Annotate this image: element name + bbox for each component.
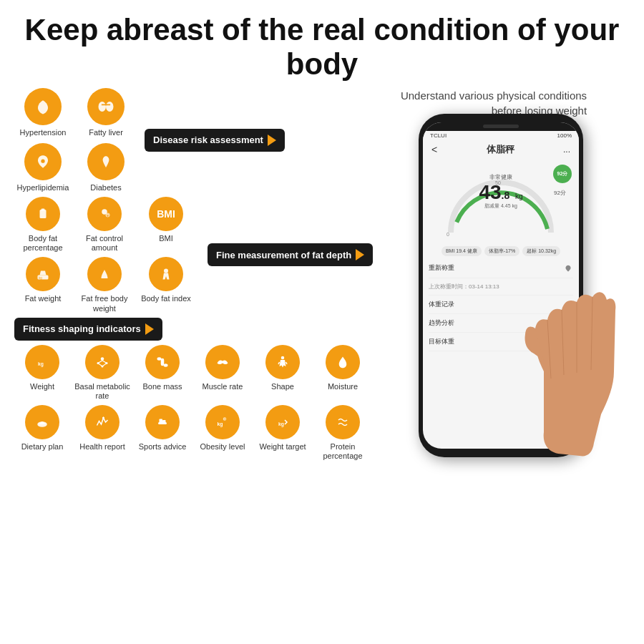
hypertension-item: Hypertension xyxy=(14,88,72,137)
dietary-plan-icon xyxy=(25,405,59,439)
svg-text:+: + xyxy=(224,416,227,421)
svg-line-20 xyxy=(102,363,107,366)
weight-target-label: Weight target xyxy=(259,442,306,452)
svg-rect-4 xyxy=(40,210,47,218)
svg-point-24 xyxy=(281,356,285,359)
weight-target-item: kg Weight target xyxy=(255,405,311,461)
weight-icon: kg xyxy=(25,345,59,379)
svg-point-0 xyxy=(99,102,107,112)
fitness-shaping-tag: Fitness shaping indicators xyxy=(14,318,162,341)
bone-mass-icon xyxy=(145,345,180,379)
svg-line-25 xyxy=(278,362,280,364)
obesity-level-icon: kg + xyxy=(205,405,240,439)
body-fat-pct-label: Body fat percentage xyxy=(14,234,72,253)
score-right: 92分 xyxy=(554,189,566,197)
hypertension-icon xyxy=(24,88,62,125)
fitness-tag-arrow xyxy=(145,323,154,335)
hyperlipidemia-icon xyxy=(24,143,62,180)
body-fat-index-icon xyxy=(149,257,183,291)
fat-measurement-tag: Fine measurement of fat depth xyxy=(208,243,373,266)
fat-control-label: Fat control amount xyxy=(76,234,133,253)
sports-advice-label: Sports advice xyxy=(139,442,187,452)
chip-bmi: BMI 19.4 健康 xyxy=(441,246,482,256)
svg-point-3 xyxy=(41,159,44,162)
fatty-liver-icon xyxy=(87,88,125,125)
weight-item: kg Weight xyxy=(14,345,70,401)
svg-point-13 xyxy=(101,357,104,361)
svg-line-26 xyxy=(286,362,288,364)
fatty-liver-item: Fatty liver xyxy=(77,88,135,137)
body-fat-index-item: Body fat index xyxy=(137,257,195,313)
fat-icons: Body fat percentage + Fat control amount xyxy=(14,197,195,313)
moisture-item: Moisture xyxy=(315,345,371,401)
gauge-health-label: 非常健康 xyxy=(479,173,522,181)
protein-pct-item: Protein percentage xyxy=(315,405,371,461)
moisture-label: Moisture xyxy=(328,382,358,391)
fitness-row2: Dietary plan Health report xyxy=(7,405,365,461)
fat-weight-icon: kg xyxy=(26,257,60,291)
gauge-weight-value: 43.8 kg xyxy=(479,182,522,203)
bone-mass-item: Bone mass xyxy=(135,345,190,401)
diabetes-item: Diabetes xyxy=(77,143,135,192)
metabolic-item: Basal metabolic rate xyxy=(74,345,130,401)
main-title: Keep abreast of the real condition of yo… xyxy=(0,0,644,88)
muscle-rate-icon xyxy=(205,345,240,379)
phone-nav-bar: < 体脂秤 ... xyxy=(423,140,579,159)
sports-advice-icon xyxy=(145,405,180,439)
phone-title: 体脂秤 xyxy=(487,143,514,156)
obesity-level-label: Obesity level xyxy=(200,442,245,452)
muscle-rate-label: Muscle rate xyxy=(203,382,243,391)
fat-measurement-arrow xyxy=(356,249,364,260)
health-report-label: Health report xyxy=(79,442,125,452)
hyperlipidemia-item: Hyperlipidemia xyxy=(14,143,72,192)
phone-back-btn[interactable]: < xyxy=(431,144,437,155)
gauge-reduction: 脂减量 4.45 kg xyxy=(479,203,522,210)
weight-target-icon: kg xyxy=(265,405,300,439)
phone-section: Understand various physical conditions b… xyxy=(365,88,637,462)
obesity-level-item: kg + Obesity level xyxy=(195,405,250,461)
body-fat-index-label: Body fat index xyxy=(141,294,191,303)
weight-label: Weight xyxy=(30,382,54,391)
hyperlipidemia-label: Hyperlipidemia xyxy=(17,183,69,192)
svg-line-18 xyxy=(102,360,107,363)
svg-line-17 xyxy=(98,360,102,363)
metabolic-label: Basal metabolic rate xyxy=(74,382,130,401)
svg-point-1 xyxy=(106,102,114,112)
svg-rect-2 xyxy=(102,104,110,105)
svg-text:kg: kg xyxy=(218,421,223,427)
moisture-icon xyxy=(326,345,360,379)
disease-risk-arrow xyxy=(268,135,276,146)
svg-point-28 xyxy=(102,417,104,419)
body-fat-pct-icon xyxy=(26,197,60,231)
shape-item: Shape xyxy=(255,345,311,401)
diabetes-label: Diabetes xyxy=(90,183,121,192)
fitness-row1: kg Weight xyxy=(7,345,365,401)
metabolic-icon xyxy=(85,345,119,379)
diabetes-icon xyxy=(87,143,125,180)
gauge-container: 0 50 非常健康 43.8 kg 脂减量 4.45 kg xyxy=(423,159,579,246)
disease-icons: Hypertension Fatty liver xyxy=(14,88,135,192)
bmi-label: BMI xyxy=(159,234,173,243)
fat-control-item: + Fat control amount xyxy=(76,197,133,253)
health-report-item: Health report xyxy=(74,405,130,461)
shape-icon xyxy=(265,345,300,379)
hand-holding-phone xyxy=(501,243,644,472)
phone-status-bar: TCLUI 100% xyxy=(423,131,579,140)
disease-block: Hypertension Fatty liver xyxy=(7,88,365,192)
score-badge: 92分 xyxy=(553,165,572,183)
phone-more-btn[interactable]: ... xyxy=(563,145,570,155)
bone-mass-label: Bone mass xyxy=(142,382,182,391)
svg-text:0: 0 xyxy=(447,232,449,237)
svg-rect-23 xyxy=(161,358,165,366)
sports-advice-item: Sports advice xyxy=(135,405,190,461)
muscle-rate-item: Muscle rate xyxy=(195,345,250,401)
dietary-plan-label: Dietary plan xyxy=(21,442,64,452)
dietary-plan-item: Dietary plan xyxy=(14,405,70,461)
fat-weight-item: kg Fat weight xyxy=(14,257,72,313)
fat-free-item: Fat free body weight xyxy=(76,257,133,313)
health-report-icon xyxy=(85,405,119,439)
body-fat-pct-item: Body fat percentage xyxy=(14,197,72,253)
fat-block: Body fat percentage + Fat control amount xyxy=(7,197,365,313)
fat-free-label: Fat free body weight xyxy=(76,294,133,313)
fat-control-icon: + xyxy=(87,197,122,231)
